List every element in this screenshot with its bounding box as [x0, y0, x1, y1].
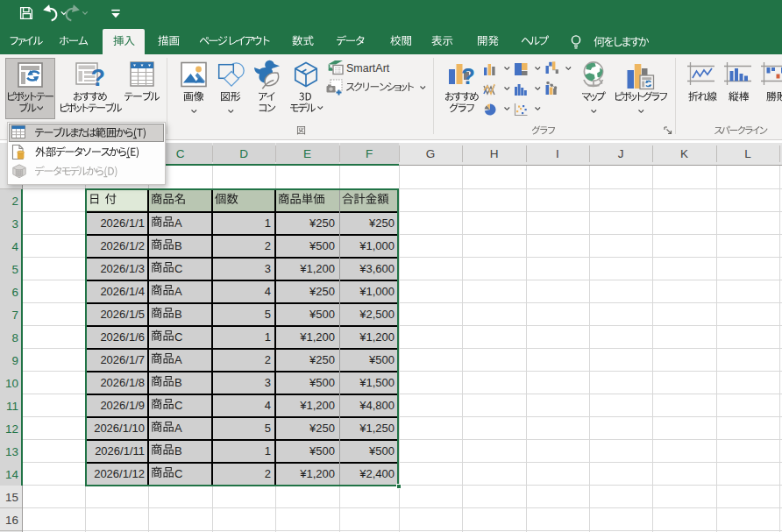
svg-text:?: ?: [461, 63, 475, 89]
svg-text:?: ?: [91, 65, 106, 89]
